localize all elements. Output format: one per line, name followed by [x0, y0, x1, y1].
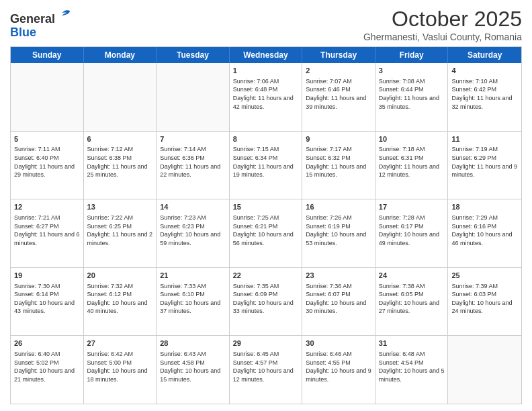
calendar-day-23: 23Sunrise: 7:36 AM Sunset: 6:07 PM Dayli…	[302, 268, 375, 336]
day-info: Sunrise: 7:15 AM Sunset: 6:34 PM Dayligh…	[233, 145, 299, 179]
calendar-week-5: 26Sunrise: 6:40 AM Sunset: 5:02 PM Dayli…	[11, 336, 521, 404]
calendar-day-25: 25Sunrise: 7:39 AM Sunset: 6:03 PM Dayli…	[448, 268, 521, 336]
calendar-day-5: 5Sunrise: 7:11 AM Sunset: 6:40 PM Daylig…	[11, 132, 84, 199]
calendar-day-24: 24Sunrise: 7:38 AM Sunset: 6:05 PM Dayli…	[375, 268, 449, 336]
calendar-day-empty	[11, 63, 84, 131]
day-info: Sunrise: 7:30 AM Sunset: 6:14 PM Dayligh…	[14, 282, 80, 316]
calendar-day-10: 10Sunrise: 7:18 AM Sunset: 6:31 PM Dayli…	[375, 132, 449, 199]
day-number: 27	[87, 338, 153, 349]
calendar-day-13: 13Sunrise: 7:22 AM Sunset: 6:25 PM Dayli…	[84, 199, 157, 267]
header-day-wednesday: Wednesday	[230, 47, 303, 63]
header-day-saturday: Saturday	[448, 47, 521, 63]
calendar-day-17: 17Sunrise: 7:28 AM Sunset: 6:17 PM Dayli…	[375, 199, 449, 267]
day-number: 16	[306, 202, 371, 212]
day-info: Sunrise: 6:40 AM Sunset: 5:02 PM Dayligh…	[14, 350, 80, 383]
calendar-day-7: 7Sunrise: 7:14 AM Sunset: 6:36 PM Daylig…	[157, 132, 230, 199]
day-info: Sunrise: 7:25 AM Sunset: 6:21 PM Dayligh…	[233, 214, 299, 247]
day-number: 29	[233, 338, 299, 349]
day-info: Sunrise: 7:06 AM Sunset: 6:48 PM Dayligh…	[233, 77, 299, 111]
day-info: Sunrise: 6:42 AM Sunset: 5:00 PM Dayligh…	[87, 350, 153, 383]
day-info: Sunrise: 7:07 AM Sunset: 6:46 PM Dayligh…	[306, 77, 371, 111]
logo-general-text: General	[10, 12, 55, 26]
day-number: 7	[160, 134, 226, 144]
header-day-thursday: Thursday	[302, 47, 375, 63]
day-info: Sunrise: 7:17 AM Sunset: 6:32 PM Dayligh…	[306, 145, 371, 179]
calendar: SundayMondayTuesdayWednesdayThursdayFrid…	[10, 46, 522, 404]
day-info: Sunrise: 7:14 AM Sunset: 6:36 PM Dayligh…	[160, 145, 226, 179]
month-title: October 2025	[363, 7, 522, 32]
day-info: Sunrise: 7:28 AM Sunset: 6:17 PM Dayligh…	[379, 214, 445, 247]
day-info: Sunrise: 7:36 AM Sunset: 6:07 PM Dayligh…	[306, 282, 371, 316]
day-info: Sunrise: 7:10 AM Sunset: 6:42 PM Dayligh…	[451, 77, 518, 111]
day-number: 1	[233, 66, 299, 76]
calendar-day-18: 18Sunrise: 7:29 AM Sunset: 6:16 PM Dayli…	[448, 199, 521, 267]
calendar-day-30: 30Sunrise: 6:46 AM Sunset: 4:55 PM Dayli…	[302, 336, 375, 404]
day-number: 17	[379, 202, 445, 212]
header-day-sunday: Sunday	[11, 47, 84, 63]
day-number: 9	[306, 134, 371, 144]
calendar-day-31: 31Sunrise: 6:48 AM Sunset: 4:54 PM Dayli…	[375, 336, 449, 404]
calendar-day-22: 22Sunrise: 7:35 AM Sunset: 6:09 PM Dayli…	[230, 268, 303, 336]
day-number: 13	[87, 202, 153, 212]
calendar-day-26: 26Sunrise: 6:40 AM Sunset: 5:02 PM Dayli…	[11, 336, 84, 404]
day-number: 26	[14, 338, 80, 349]
day-number: 20	[87, 271, 153, 281]
day-number: 5	[14, 134, 80, 144]
day-number: 24	[379, 271, 445, 281]
header-day-friday: Friday	[375, 47, 449, 63]
day-info: Sunrise: 7:19 AM Sunset: 6:29 PM Dayligh…	[451, 145, 518, 179]
calendar-day-19: 19Sunrise: 7:30 AM Sunset: 6:14 PM Dayli…	[11, 268, 84, 336]
day-info: Sunrise: 7:35 AM Sunset: 6:09 PM Dayligh…	[233, 282, 299, 316]
day-number: 15	[233, 202, 299, 212]
day-info: Sunrise: 7:33 AM Sunset: 6:10 PM Dayligh…	[160, 282, 226, 316]
logo-blue-text: Blue	[10, 26, 36, 39]
day-number: 8	[233, 134, 299, 144]
calendar-day-empty	[448, 336, 521, 404]
calendar-day-29: 29Sunrise: 6:45 AM Sunset: 4:57 PM Dayli…	[230, 336, 303, 404]
day-info: Sunrise: 7:22 AM Sunset: 6:25 PM Dayligh…	[87, 214, 153, 247]
location: Ghermanesti, Vaslui County, Romania	[363, 32, 522, 42]
calendar-day-27: 27Sunrise: 6:42 AM Sunset: 5:00 PM Dayli…	[84, 336, 157, 404]
title-area: October 2025 Ghermanesti, Vaslui County,…	[363, 7, 522, 42]
calendar-week-4: 19Sunrise: 7:30 AM Sunset: 6:14 PM Dayli…	[11, 268, 521, 336]
header-day-monday: Monday	[84, 47, 157, 63]
calendar-week-1: 1Sunrise: 7:06 AM Sunset: 6:48 PM Daylig…	[11, 63, 521, 132]
day-number: 18	[451, 202, 518, 212]
logo-bird-icon	[56, 7, 73, 23]
header: General Blue October 2025 Ghermanesti, V…	[10, 7, 522, 42]
day-number: 28	[160, 338, 226, 349]
day-info: Sunrise: 7:11 AM Sunset: 6:40 PM Dayligh…	[14, 145, 80, 179]
day-number: 6	[87, 134, 153, 144]
calendar-day-20: 20Sunrise: 7:32 AM Sunset: 6:12 PM Dayli…	[84, 268, 157, 336]
day-number: 12	[14, 202, 80, 212]
day-number: 25	[451, 271, 518, 281]
day-info: Sunrise: 7:08 AM Sunset: 6:44 PM Dayligh…	[379, 77, 445, 111]
day-info: Sunrise: 7:21 AM Sunset: 6:27 PM Dayligh…	[14, 214, 80, 247]
day-info: Sunrise: 7:39 AM Sunset: 6:03 PM Dayligh…	[451, 282, 518, 316]
page: General Blue October 2025 Ghermanesti, V…	[0, 0, 532, 411]
calendar-day-14: 14Sunrise: 7:23 AM Sunset: 6:23 PM Dayli…	[157, 199, 230, 267]
day-info: Sunrise: 6:43 AM Sunset: 4:58 PM Dayligh…	[160, 350, 226, 383]
day-number: 11	[451, 134, 518, 144]
calendar-day-9: 9Sunrise: 7:17 AM Sunset: 6:32 PM Daylig…	[302, 132, 375, 199]
day-number: 10	[379, 134, 445, 144]
calendar-day-6: 6Sunrise: 7:12 AM Sunset: 6:38 PM Daylig…	[84, 132, 157, 199]
day-number: 14	[160, 202, 226, 212]
calendar-day-8: 8Sunrise: 7:15 AM Sunset: 6:34 PM Daylig…	[230, 132, 303, 199]
calendar-day-1: 1Sunrise: 7:06 AM Sunset: 6:48 PM Daylig…	[230, 63, 303, 131]
logo-area: General Blue	[10, 7, 73, 40]
day-info: Sunrise: 7:23 AM Sunset: 6:23 PM Dayligh…	[160, 214, 226, 247]
calendar-day-12: 12Sunrise: 7:21 AM Sunset: 6:27 PM Dayli…	[11, 199, 84, 267]
calendar-day-2: 2Sunrise: 7:07 AM Sunset: 6:46 PM Daylig…	[302, 63, 375, 131]
day-number: 23	[306, 271, 371, 281]
day-info: Sunrise: 7:32 AM Sunset: 6:12 PM Dayligh…	[87, 282, 153, 316]
day-info: Sunrise: 6:46 AM Sunset: 4:55 PM Dayligh…	[306, 350, 371, 383]
calendar-day-16: 16Sunrise: 7:26 AM Sunset: 6:19 PM Dayli…	[302, 199, 375, 267]
calendar-day-11: 11Sunrise: 7:19 AM Sunset: 6:29 PM Dayli…	[448, 132, 521, 199]
day-number: 21	[160, 271, 226, 281]
day-number: 22	[233, 271, 299, 281]
day-info: Sunrise: 6:48 AM Sunset: 4:54 PM Dayligh…	[379, 350, 445, 383]
calendar-day-21: 21Sunrise: 7:33 AM Sunset: 6:10 PM Dayli…	[157, 268, 230, 336]
day-number: 4	[451, 66, 518, 76]
day-info: Sunrise: 7:26 AM Sunset: 6:19 PM Dayligh…	[306, 214, 371, 247]
